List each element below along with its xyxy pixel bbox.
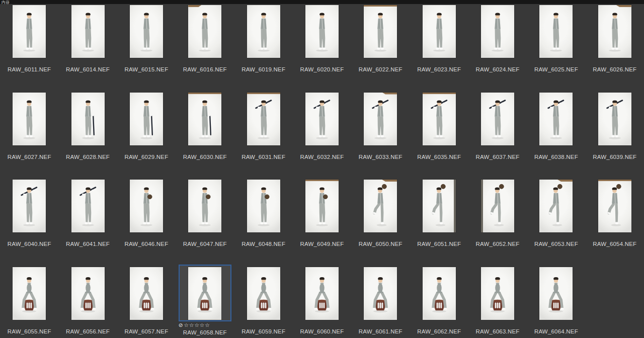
- photo-thumbnail[interactable]: [305, 5, 339, 58]
- photo-thumbnail[interactable]: [598, 5, 631, 58]
- photo-thumbnail[interactable]: [423, 267, 456, 320]
- photo-thumbnail[interactable]: [481, 93, 514, 145]
- photo-thumbnail[interactable]: [539, 180, 573, 232]
- photo-thumbnail[interactable]: [539, 93, 573, 145]
- photo-thumbnail[interactable]: [130, 93, 163, 145]
- thumbnail-cell[interactable]: ⊘☆☆☆☆☆ RAW_6058.NEF: [176, 267, 234, 338]
- thumbnail-cell[interactable]: ⊘☆☆☆☆☆ RAW_6057.NEF: [117, 267, 176, 338]
- photo-thumbnail[interactable]: [13, 267, 46, 320]
- thumbnail-cell[interactable]: ⊘☆☆☆☆☆ RAW_6039.NEF: [586, 93, 644, 180]
- filename-label: RAW_6060.NEF: [300, 328, 344, 335]
- photo-thumbnail[interactable]: [364, 93, 397, 145]
- thumbnail-cell[interactable]: ⊘☆☆☆☆☆ RAW_6055.NEF: [0, 267, 58, 338]
- thumbnail-cell[interactable]: ⊘☆☆☆☆☆ RAW_6059.NEF: [234, 267, 292, 338]
- photo-thumbnail[interactable]: [188, 180, 221, 232]
- photo-thumbnail[interactable]: [130, 180, 163, 232]
- thumbnail-cell[interactable]: ⊘☆☆☆☆☆ RAW_6056.NEF: [58, 267, 117, 338]
- selection-frame: [188, 5, 221, 58]
- photo-thumbnail[interactable]: [598, 93, 631, 145]
- photo-thumbnail[interactable]: [423, 180, 456, 232]
- photo-thumbnail[interactable]: [188, 267, 221, 320]
- photo-thumbnail[interactable]: [598, 180, 631, 232]
- reject-icon[interactable]: ⊘: [179, 322, 184, 328]
- thumbnail-cell[interactable]: ⊘☆☆☆☆☆ RAW_6031.NEF: [234, 93, 292, 180]
- rating-row[interactable]: ⊘☆☆☆☆☆: [179, 322, 231, 328]
- thumbnail-cell[interactable]: ⊘☆☆☆☆☆ RAW_6024.NEF: [468, 5, 527, 93]
- thumbnail-cell[interactable]: ⊘☆☆☆☆☆ RAW_6030.NEF: [176, 93, 234, 180]
- photo-thumbnail[interactable]: [305, 267, 339, 320]
- thumbnail-cell[interactable]: ⊘☆☆☆☆☆ RAW_6041.NEF: [58, 180, 117, 267]
- photo-thumbnail[interactable]: [364, 267, 397, 320]
- photo-thumbnail[interactable]: [188, 5, 221, 58]
- photo-thumbnail[interactable]: [71, 93, 105, 145]
- thumbnail-cell[interactable]: ⊘☆☆☆☆☆ RAW_6049.NEF: [293, 180, 351, 267]
- star-rating-icons[interactable]: ☆☆☆☆☆: [184, 322, 210, 328]
- thumbnail-cell[interactable]: ⊘☆☆☆☆☆ RAW_6035.NEF: [410, 93, 468, 180]
- person-figure-stand: [13, 93, 46, 145]
- thumbnail-cell[interactable]: ⊘☆☆☆☆☆ RAW_6052.NEF: [468, 180, 527, 267]
- person-figure-stand: [364, 5, 397, 58]
- thumbnail-cell[interactable]: ⊘☆☆☆☆☆ RAW_6028.NEF: [58, 93, 117, 180]
- thumbnail-cell[interactable]: ⊘☆☆☆☆☆ RAW_6033.NEF: [351, 93, 410, 180]
- photo-thumbnail[interactable]: [130, 5, 163, 58]
- thumbnail-cell[interactable]: ⊘☆☆☆☆☆ RAW_6022.NEF: [351, 5, 410, 93]
- thumbnail-cell[interactable]: ⊘☆☆☆☆☆ RAW_6016.NEF: [176, 5, 234, 93]
- thumbnail-cell[interactable]: ⊘☆☆☆☆☆ RAW_6038.NEF: [527, 93, 585, 180]
- person-figure-pitch: [481, 180, 514, 232]
- thumbnail-cell[interactable]: ⊘☆☆☆☆☆ RAW_6026.NEF: [586, 5, 644, 93]
- person-figure-stand: [598, 5, 631, 58]
- person-figure-glove: [130, 180, 163, 232]
- thumbnail-cell[interactable]: ⊘☆☆☆☆☆ RAW_6046.NEF: [117, 180, 176, 267]
- thumbnail-cell[interactable]: ⊘☆☆☆☆☆ RAW_6063.NEF: [468, 267, 527, 338]
- thumbnail-cell[interactable]: ⊘☆☆☆☆☆ RAW_6054.NEF: [586, 180, 644, 267]
- thumbnail-cell[interactable]: ⊘☆☆☆☆☆ RAW_6064.NEF: [527, 267, 585, 338]
- selection-frame: [423, 267, 456, 320]
- thumbnail-cell[interactable]: ⊘☆☆☆☆☆ RAW_6029.NEF: [117, 93, 176, 180]
- photo-thumbnail[interactable]: [539, 5, 573, 58]
- selection-frame: [423, 93, 456, 145]
- thumbnail-cell[interactable]: ⊘☆☆☆☆☆ RAW_6061.NEF: [351, 267, 410, 338]
- thumbnail-cell[interactable]: ⊘☆☆☆☆☆ RAW_6023.NEF: [410, 5, 468, 93]
- photo-thumbnail[interactable]: [71, 180, 105, 232]
- person-figure-bat-shoulder: [423, 93, 456, 145]
- photo-thumbnail[interactable]: [71, 267, 105, 320]
- photo-thumbnail[interactable]: [423, 5, 456, 58]
- thumbnail-cell[interactable]: ⊘☆☆☆☆☆ RAW_6047.NEF: [176, 180, 234, 267]
- photo-thumbnail[interactable]: [13, 5, 46, 58]
- thumbnail-cell[interactable]: ⊘☆☆☆☆☆ RAW_6051.NEF: [410, 180, 468, 267]
- photo-thumbnail[interactable]: [247, 5, 280, 58]
- photo-thumbnail[interactable]: [71, 5, 105, 58]
- thumbnail-cell[interactable]: ⊘☆☆☆☆☆ RAW_6053.NEF: [527, 180, 585, 267]
- photo-thumbnail[interactable]: [364, 180, 397, 232]
- thumbnail-cell[interactable]: ⊘☆☆☆☆☆ RAW_6020.NEF: [293, 5, 351, 93]
- thumbnail-cell[interactable]: ⊘☆☆☆☆☆ RAW_6015.NEF: [117, 5, 176, 93]
- photo-thumbnail[interactable]: [364, 5, 397, 58]
- photo-thumbnail[interactable]: [247, 180, 280, 232]
- thumbnail-cell[interactable]: ⊘☆☆☆☆☆ RAW_6040.NEF: [0, 180, 58, 267]
- thumbnail-cell[interactable]: ⊘☆☆☆☆☆ RAW_6032.NEF: [293, 93, 351, 180]
- thumbnail-cell[interactable]: ⊘☆☆☆☆☆ RAW_6027.NEF: [0, 93, 58, 180]
- photo-thumbnail[interactable]: [13, 93, 46, 145]
- photo-thumbnail[interactable]: [247, 93, 280, 145]
- thumbnail-cell[interactable]: ⊘☆☆☆☆☆ RAW_6048.NEF: [234, 180, 292, 267]
- thumbnail-cell[interactable]: ⊘☆☆☆☆☆ RAW_6014.NEF: [58, 5, 117, 93]
- thumbnail-cell[interactable]: ⊘☆☆☆☆☆ RAW_6019.NEF: [234, 5, 292, 93]
- photo-thumbnail[interactable]: [423, 93, 456, 145]
- photo-thumbnail[interactable]: [481, 267, 514, 320]
- thumbnail-cell[interactable]: ⊘☆☆☆☆☆ RAW_6011.NEF: [0, 5, 58, 93]
- photo-thumbnail[interactable]: [305, 180, 339, 232]
- photo-thumbnail[interactable]: [188, 93, 221, 145]
- photo-thumbnail[interactable]: [481, 180, 514, 232]
- photo-thumbnail[interactable]: [539, 267, 573, 320]
- photo-thumbnail[interactable]: [305, 93, 339, 145]
- thumbnail-cell[interactable]: ⊘☆☆☆☆☆ RAW_6050.NEF: [351, 180, 410, 267]
- photo-thumbnail[interactable]: [247, 267, 280, 320]
- thumbnail-cell[interactable]: ⊘☆☆☆☆☆ RAW_6025.NEF: [527, 5, 585, 93]
- thumbnail-cell[interactable]: ⊘☆☆☆☆☆ RAW_6037.NEF: [468, 93, 527, 180]
- photo-thumbnail[interactable]: [130, 267, 163, 320]
- filename-label: RAW_6056.NEF: [66, 328, 110, 335]
- thumbnail-cell[interactable]: ⊘☆☆☆☆☆ RAW_6060.NEF: [293, 267, 351, 338]
- thumbnail-cell[interactable]: ⊘☆☆☆☆☆ RAW_6062.NEF: [410, 267, 468, 338]
- photo-thumbnail[interactable]: [13, 180, 46, 232]
- photo-thumbnail[interactable]: [481, 5, 514, 58]
